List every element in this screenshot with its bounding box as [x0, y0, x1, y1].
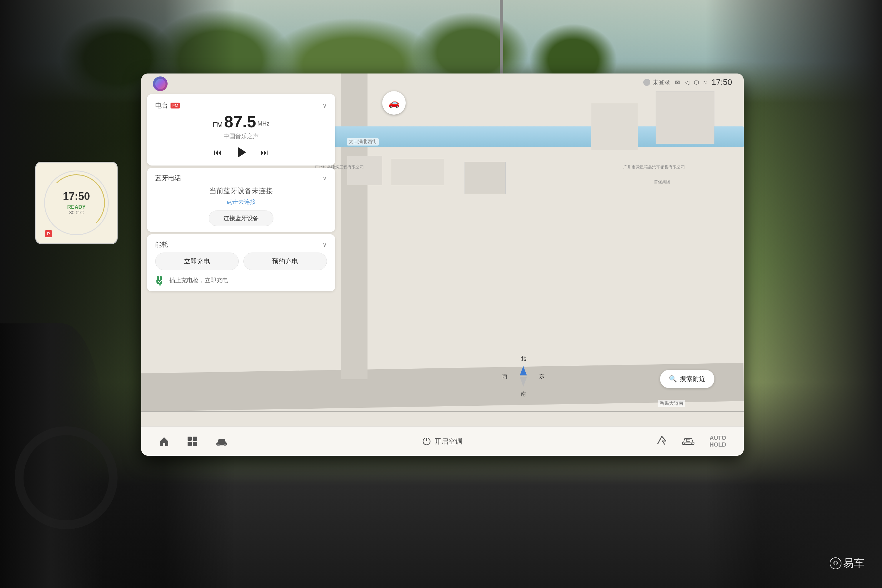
home-icon	[159, 436, 170, 447]
map-compass: 北 南 东 西	[508, 362, 538, 391]
svg-rect-3	[188, 436, 192, 441]
left-panel: 电台 FM ∨ FM 87.5 MHz 中国音乐之声 ⏮ ⏭	[141, 74, 341, 426]
radio-prev-button[interactable]: ⏮	[214, 148, 222, 157]
map-label-poi2: 广州市党星箱鑫汽车销售有限公司	[623, 165, 685, 170]
search-icon: 🔍	[669, 375, 677, 383]
car-button[interactable]	[215, 436, 228, 446]
car-nav-icon	[215, 436, 228, 446]
charge-now-button[interactable]: 立即充电	[155, 252, 239, 270]
map-car-marker: 🚗	[382, 91, 406, 115]
radio-frequency-number: 87.5	[224, 112, 256, 131]
status-bar: 未登录 ✉ ◁ ⬡ ≈ 17:50	[643, 78, 732, 87]
steering-wheel	[15, 426, 118, 529]
map-label-poi3: 首促集团	[654, 179, 670, 184]
compass-inner	[512, 364, 535, 388]
radio-card-title: 电台 FM	[155, 101, 180, 110]
not-logged-status: 未登录	[643, 78, 670, 86]
energy-title-text: 能耗	[155, 240, 168, 249]
apps-icon	[187, 436, 198, 447]
map-label-road2: 番禺大道南	[658, 400, 685, 407]
radio-badge: FM	[171, 103, 180, 108]
cluster-circle: 17:50 READY 30.0°C	[44, 171, 109, 235]
sport-mode-button[interactable]	[657, 435, 667, 447]
ac-control[interactable]: 开启空调	[423, 436, 462, 446]
radio-station-name: 中国音乐之声	[155, 132, 327, 140]
mail-icon: ✉	[675, 79, 680, 86]
svg-point-13	[684, 443, 686, 445]
search-nearby-label: 搜索附近	[680, 375, 706, 383]
building-1	[347, 156, 382, 185]
radio-frequency-display: FM 87.5 MHz	[155, 114, 327, 130]
auto-hold-button[interactable]: AUTO HOLD	[710, 435, 726, 448]
energy-plug-hint: 插上充电枪，立即充电	[170, 276, 228, 284]
bluetooth-icon: ⬡	[694, 79, 699, 86]
schedule-charge-button[interactable]: 预约充电	[243, 252, 327, 270]
building-5	[591, 103, 638, 150]
compass-west-label: 西	[502, 373, 507, 380]
bottom-nav-left	[159, 436, 228, 447]
svg-point-14	[691, 443, 693, 445]
search-nearby-button[interactable]: 🔍 搜索附近	[660, 370, 714, 388]
screen-inner: 太口涌北西街 番禺大道南 广州松鑫建筑工程有限公司 广州市党星箱鑫汽车销售有限公…	[141, 74, 744, 456]
instrument-cluster: 17:50 READY 30.0°C P	[35, 162, 118, 244]
bluetooth-hint-text[interactable]: 点击去连接	[155, 198, 327, 206]
watermark-logo: ©	[830, 557, 842, 569]
compass-north-arrow	[520, 366, 527, 375]
building-3	[465, 162, 506, 194]
bottom-bar: 开启空调	[141, 426, 744, 456]
play-icon	[238, 147, 246, 158]
signal-icon: ◁	[685, 79, 689, 86]
bluetooth-title-text: 蓝牙电话	[155, 174, 181, 183]
energy-plug-status: 插上充电枪，立即充电	[155, 275, 327, 285]
main-screen: 太口涌北西街 番禺大道南 广州松鑫建筑工程有限公司 广州市党星箱鑫汽车销售有限公…	[141, 74, 744, 456]
compass-south-arrow	[520, 377, 527, 387]
bluetooth-connect-button[interactable]: 连接蓝牙设备	[209, 210, 273, 226]
svg-rect-2	[159, 284, 161, 285]
building-2	[391, 159, 444, 185]
compass-north-label: 北	[520, 355, 526, 362]
building-4	[656, 91, 714, 144]
radio-title-text: 电台	[155, 101, 168, 110]
bluetooth-status-text: 当前蓝牙设备未连接	[155, 186, 327, 195]
radio-play-button[interactable]	[234, 145, 248, 160]
radio-next-button[interactable]: ⏭	[260, 148, 268, 157]
energy-buttons: 立即充电 预约充电	[155, 252, 327, 270]
radio-card-header: 电台 FM ∨	[155, 101, 327, 110]
watermark-text: 易车	[843, 556, 864, 570]
energy-card-header: 能耗 ∨	[155, 240, 327, 249]
auto-hold-label: AUTO	[710, 435, 726, 441]
radio-controls: ⏮ ⏭	[155, 145, 327, 160]
energy-expand-icon[interactable]: ∨	[322, 241, 327, 248]
bluetooth-card-title: 蓝牙电话	[155, 174, 181, 183]
bottom-nav-right: AUTO HOLD	[657, 435, 726, 448]
svg-rect-1	[160, 276, 162, 280]
compass-east-label: 东	[539, 373, 544, 380]
apps-button[interactable]	[187, 436, 198, 447]
not-logged-label: 未登录	[652, 78, 670, 86]
plug-icon	[155, 275, 166, 285]
power-icon	[423, 437, 431, 446]
radio-band: FM	[213, 121, 223, 129]
svg-rect-0	[157, 276, 159, 280]
svg-rect-5	[188, 442, 192, 446]
home-button[interactable]	[159, 436, 170, 447]
radio-unit: MHz	[258, 120, 270, 127]
radio-expand-icon[interactable]: ∨	[322, 102, 327, 109]
cluster-arc	[48, 174, 105, 231]
sport-icon	[657, 435, 667, 446]
radio-card: 电台 FM ∨ FM 87.5 MHz 中国音乐之声 ⏮ ⏭	[147, 94, 335, 165]
bluetooth-card: 蓝牙电话 ∨ 当前蓝牙设备未连接 点击去连接 连接蓝牙设备	[147, 168, 335, 232]
bluetooth-expand-icon[interactable]: ∨	[322, 175, 327, 182]
drive-mode-button[interactable]	[682, 436, 695, 447]
wifi-icon: ≈	[704, 79, 707, 86]
vertical-road	[341, 74, 368, 379]
auto-hold-sublabel: HOLD	[710, 441, 726, 448]
watermark: © 易车	[830, 556, 864, 570]
compass-south-label: 南	[520, 390, 526, 398]
energy-card: 能耗 ∨ 立即充电 预约充电	[147, 234, 335, 291]
cluster-p-badge: P	[45, 230, 52, 237]
energy-card-title: 能耗	[155, 240, 168, 249]
bluetooth-card-header: 蓝牙电话 ∨	[155, 174, 327, 183]
svg-rect-4	[193, 436, 197, 441]
status-dot	[643, 79, 650, 86]
